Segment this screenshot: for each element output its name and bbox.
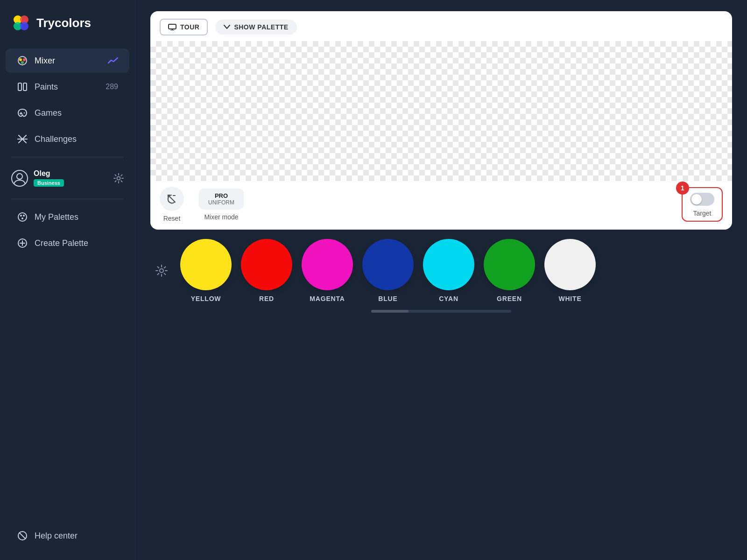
monitor-icon [168, 24, 176, 30]
svg-point-17 [17, 174, 22, 179]
trend-icon [108, 57, 118, 64]
mixer-label: Mixer [35, 56, 55, 66]
sidebar-item-help-center[interactable]: Help center [6, 524, 129, 548]
color-swatch-green[interactable]: GREEN [484, 239, 535, 302]
palette-settings-button[interactable] [150, 259, 173, 282]
target-badge: 1 [676, 182, 689, 195]
sidebar-item-mixer[interactable]: Mixer [6, 49, 129, 73]
mixer-canvas[interactable] [150, 41, 732, 181]
show-palette-label: SHOW PALETTE [234, 23, 288, 31]
games-label: Games [35, 108, 62, 118]
scroll-bar[interactable] [371, 310, 511, 313]
show-palette-button[interactable]: SHOW PALETTE [215, 20, 296, 35]
sidebar-bottom: Help center [0, 517, 135, 560]
color-swatch-red[interactable]: RED [241, 239, 292, 302]
color-name-green: GREEN [497, 295, 522, 302]
paints-label: Paints [35, 82, 58, 92]
user-name: Oleg [34, 169, 108, 178]
color-swatch-white[interactable]: WHITE [544, 239, 596, 302]
color-swatch-magenta[interactable]: MAGENTA [302, 239, 353, 302]
sidebar-item-paints[interactable]: Paints 289 [6, 75, 129, 99]
color-name-red: RED [259, 295, 274, 302]
my-palettes-label: My Palettes [35, 212, 78, 222]
svg-point-20 [20, 215, 22, 217]
color-swatches: YELLOWREDMAGENTABLUECYANGREENWHITE [180, 239, 732, 302]
svg-point-6 [23, 58, 26, 61]
color-name-magenta: MAGENTA [310, 295, 345, 302]
sidebar-item-create-palette[interactable]: Create Palette [6, 231, 129, 255]
reset-button[interactable] [160, 187, 184, 211]
palette-section: YELLOWREDMAGENTABLUECYANGREENWHITE [150, 239, 732, 302]
mixer-mode-button[interactable]: PRO UNIFORM [199, 189, 244, 210]
games-icon [17, 107, 28, 119]
scroll-thumb [371, 310, 409, 313]
sidebar: Trycolors Mixer [0, 0, 135, 560]
app-logo [11, 13, 31, 33]
color-circle-yellow [180, 239, 232, 290]
svg-rect-28 [169, 24, 176, 29]
color-circle-white [544, 239, 596, 290]
svg-point-12 [24, 112, 25, 113]
nav-divider-1 [11, 157, 124, 157]
settings-icon [155, 264, 168, 277]
sidebar-item-games[interactable]: Games [6, 101, 129, 125]
svg-point-5 [19, 58, 22, 61]
svg-line-27 [19, 532, 26, 539]
mixer-icon [17, 55, 28, 66]
color-swatch-blue[interactable]: BLUE [362, 239, 414, 302]
color-circle-magenta [302, 239, 353, 290]
svg-line-34 [168, 195, 175, 202]
my-palettes-icon [17, 211, 28, 223]
svg-rect-8 [18, 83, 21, 91]
main-nav: Mixer Paints 289 [0, 44, 135, 517]
sidebar-item-my-palettes[interactable]: My Palettes [6, 205, 129, 229]
mixer-mode-label: Mixer mode [204, 213, 238, 221]
help-label: Help center [35, 531, 78, 541]
mixer-controls: Reset PRO UNIFORM Mixer mode 1 Target [150, 181, 732, 230]
reset-icon [167, 194, 177, 204]
target-label: Target [693, 210, 712, 217]
tour-button[interactable]: TOUR [160, 19, 208, 35]
user-info: Oleg Business [34, 169, 108, 187]
main-content: TOUR SHOW PALETTE [135, 0, 747, 560]
color-name-cyan: CYAN [439, 295, 458, 302]
help-icon [17, 530, 28, 541]
toggle-knob [691, 194, 702, 204]
user-plan-badge: Business [34, 179, 64, 187]
user-settings-button[interactable] [113, 173, 124, 183]
challenges-label: Challenges [35, 134, 77, 144]
mixer-toolbar: TOUR SHOW PALETTE [150, 11, 732, 41]
color-circle-green [484, 239, 535, 290]
svg-point-19 [18, 213, 27, 221]
color-name-white: WHITE [558, 295, 581, 302]
color-swatch-cyan[interactable]: CYAN [423, 239, 474, 302]
nav-divider-2 [11, 199, 124, 199]
color-name-blue: BLUE [378, 295, 397, 302]
user-avatar-icon [11, 170, 28, 187]
mixer-panel: TOUR SHOW PALETTE [150, 11, 732, 230]
reset-label: Reset [163, 215, 181, 222]
tour-label: TOUR [180, 23, 199, 31]
logo-area: Trycolors [0, 0, 135, 44]
reset-control: Reset [160, 187, 184, 222]
user-section: Oleg Business [0, 162, 135, 194]
challenges-icon [17, 133, 28, 145]
app-name: Trycolors [36, 16, 91, 30]
target-toggle[interactable] [690, 193, 714, 206]
svg-point-21 [23, 215, 25, 217]
svg-point-35 [160, 269, 163, 273]
chevron-down-icon [224, 25, 230, 29]
svg-point-3 [20, 22, 28, 30]
target-control: 1 Target [682, 187, 723, 222]
svg-point-22 [21, 217, 23, 219]
mode-name: UNIFORM [208, 199, 234, 206]
svg-point-7 [21, 61, 24, 64]
color-circle-red [241, 239, 292, 290]
sidebar-item-challenges[interactable]: Challenges [6, 127, 129, 151]
color-swatch-yellow[interactable]: YELLOW [180, 239, 232, 302]
create-palette-icon [17, 238, 28, 249]
pro-label: PRO [215, 192, 228, 199]
scrollbar-area [150, 310, 732, 313]
paints-icon [17, 81, 28, 92]
mixer-mode-control: PRO UNIFORM Mixer mode [199, 189, 244, 221]
